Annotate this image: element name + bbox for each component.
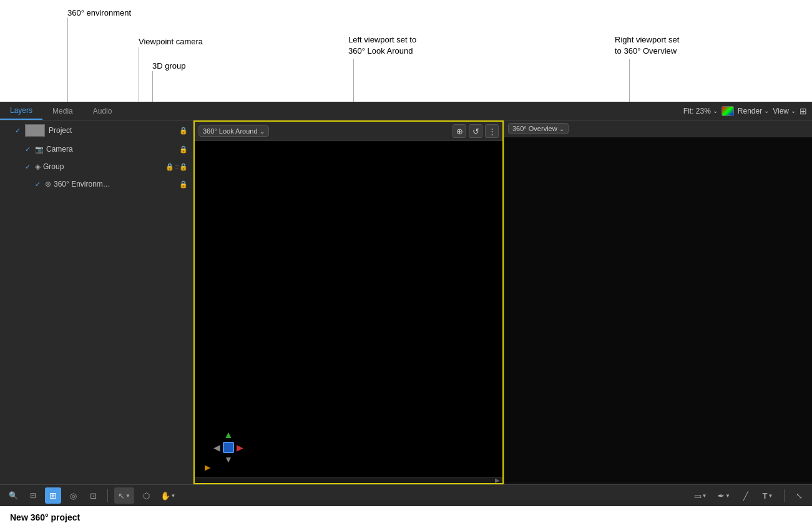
ann-line-right-vp — [629, 59, 630, 102]
layer-thumb-project — [25, 124, 45, 137]
tab-media[interactable]: Media — [42, 102, 83, 120]
layer-lock-camera: 🔒 — [179, 145, 188, 154]
search-btn[interactable]: 🔍 — [5, 487, 21, 504]
viewport-right: 360° Overview ⌄ — [504, 120, 812, 484]
view-btn[interactable]: View ⌄ — [773, 107, 796, 115]
ann-line-env — [67, 17, 68, 102]
ann-left-viewport: Left viewport set to 360° Look Around — [348, 34, 416, 57]
bottom-toolbar: 🔍 ⊟ ⊞ ◎ ⊡ ↖ ▼ ⬡ ✋ ▼ ▭ ▼ ✒ ▼ ╱ T ▼ — [0, 484, 812, 506]
fit-label: Fit: 23% — [683, 107, 711, 115]
hand-tool-btn[interactable]: ✋ ▼ — [158, 487, 178, 504]
vp-right-mode-dropdown[interactable]: 360° Overview ⌄ — [508, 123, 569, 134]
pen-icon: ✒ — [718, 491, 725, 501]
fit-control[interactable]: Fit: 23% ⌄ — [683, 107, 718, 115]
vp-left-more-btn[interactable]: ⋮ — [485, 124, 499, 138]
pen-arrow-icon: ▼ — [725, 493, 730, 499]
ann-360-env: 360° environment — [67, 7, 131, 19]
tab-bar: Layers Media Audio Fit: 23% ⌄ Render ⌄ V… — [0, 102, 812, 120]
gizmo-bottom: ▼ — [224, 454, 233, 464]
vp-right-mode-chevron: ⌄ — [559, 125, 564, 132]
layer-check-group[interactable]: ✓ — [25, 163, 35, 171]
toolbar-separator-1 — [107, 489, 108, 502]
grid-btn[interactable]: ⊞ — [45, 487, 61, 504]
paint-tool-btn[interactable]: ╱ — [738, 487, 754, 504]
color-picker-btn[interactable] — [722, 106, 734, 116]
render-btn[interactable]: Render ⌄ — [738, 107, 769, 115]
vp-right-mode-label: 360° Overview — [512, 125, 557, 132]
gizmo-center-box — [223, 442, 234, 453]
layer-extra-group: ≡🔒 — [175, 163, 188, 171]
layout-btn[interactable]: ⊞ — [800, 106, 807, 116]
vp-left-arrows-btn[interactable]: ⊕ — [452, 124, 466, 138]
tab-audio[interactable]: Audio — [83, 102, 122, 120]
ann-right-viewport: Right viewport set to 360° Overview — [615, 34, 679, 57]
main-ui: Layers Media Audio Fit: 23% ⌄ Render ⌄ V… — [0, 102, 812, 528]
select-arrow-icon: ▼ — [125, 493, 130, 499]
tab-right-controls: Fit: 23% ⌄ Render ⌄ View ⌄ ⊞ — [683, 106, 812, 116]
layer-360env[interactable]: ✓ ⊛ 360° Environm… 🔒 — [0, 175, 193, 193]
viewport-area: 360° Look Around ⌄ ⊕ ↺ ⋮ ▲ — [193, 120, 812, 484]
fit-chevron: ⌄ — [713, 107, 718, 114]
layer-lock-360env: 🔒 — [179, 180, 188, 188]
caption-text: New 360° project — [10, 512, 80, 522]
vp-left-reset-btn[interactable]: ↺ — [469, 124, 482, 138]
camera-icon: 📷 — [35, 145, 44, 154]
box-btn[interactable]: ⊡ — [85, 487, 101, 504]
select-tool-btn[interactable]: ↖ ▼ — [114, 487, 134, 504]
view-chevron: ⌄ — [791, 107, 796, 114]
vp-right-canvas — [504, 137, 812, 482]
gizmo-z-arrow: ▼ — [224, 454, 233, 464]
layer-camera[interactable]: ✓ 📷 Camera 🔒 — [0, 140, 193, 158]
ann-viewpoint-camera: Viewpoint camera — [139, 36, 203, 47]
render-label: Render — [738, 107, 762, 115]
ann-3d-group: 3D group — [152, 61, 185, 72]
layout-mini-btn[interactable]: ⊟ — [25, 487, 41, 504]
group-icon: ◈ — [35, 162, 41, 171]
layer-check-project[interactable]: ✓ — [15, 127, 25, 135]
layer-lock-project: 🔒 — [179, 127, 188, 135]
vp-left-scroll-arrow-right[interactable]: ▶ — [495, 477, 500, 484]
caption-bar: New 360° project — [0, 506, 812, 528]
expand-btn[interactable]: ⤡ — [791, 487, 807, 504]
layer-name-camera: Camera — [46, 145, 177, 154]
annotation-area: 360° environment Viewpoint camera 3D gro… — [0, 0, 812, 102]
text-tool-btn[interactable]: T ▼ — [758, 487, 778, 504]
content-area: ✓ Project 🔒 ✓ 📷 Camera 🔒 ✓ ◈ Group 🔒 ≡🔒 — [0, 120, 812, 484]
shape-tool-btn[interactable]: ⬡ — [138, 487, 154, 504]
vp-left-mode-label: 360° Look Around — [203, 127, 258, 135]
toolbar-separator-2 — [784, 489, 785, 502]
vp-right-toolbar: 360° Overview ⌄ — [504, 120, 812, 137]
layer-group[interactable]: ✓ ◈ Group 🔒 ≡🔒 — [0, 158, 193, 175]
hand-icon: ✋ — [160, 491, 170, 501]
vp-left-mode-dropdown[interactable]: 360° Look Around ⌄ — [198, 125, 269, 137]
gizmo-speaker: ◀ — [213, 442, 220, 452]
vp-left-hscroll[interactable]: ▶ — [195, 477, 502, 483]
gizmo-x-arrow: ▶ — [237, 442, 243, 452]
rect-tool-btn[interactable]: ▭ ▼ — [690, 487, 710, 504]
vp-left-toolbar: 360° Look Around ⌄ ⊕ ↺ ⋮ — [195, 122, 502, 141]
layer-check-camera[interactable]: ✓ — [25, 145, 35, 154]
gizmo-area: ▲ ◀ ▶ ▼ — [213, 429, 243, 464]
ann-line-left-vp — [353, 59, 354, 102]
gizmo-middle: ◀ ▶ — [213, 442, 243, 453]
layer-name-project: Project — [49, 126, 177, 135]
vp-left-canvas: ▲ ◀ ▶ ▼ ▶ — [195, 141, 502, 477]
pen-tool-btn[interactable]: ✒ ▼ — [714, 487, 734, 504]
text-icon: T — [763, 491, 768, 501]
circle-btn[interactable]: ◎ — [65, 487, 81, 504]
layer-lock-group: 🔒 — [165, 163, 174, 171]
layer-name-360env: 360° Environm… — [54, 180, 177, 188]
view-label: View — [773, 107, 789, 115]
layer-check-360env[interactable]: ✓ — [35, 180, 45, 188]
gizmo-y-arrow: ▲ — [223, 429, 233, 441]
rect-icon: ▭ — [694, 491, 702, 501]
hand-arrow-icon: ▼ — [171, 493, 176, 499]
layer-project[interactable]: ✓ Project 🔒 — [0, 120, 193, 140]
render-chevron: ⌄ — [764, 107, 769, 114]
tab-layers[interactable]: Layers — [0, 102, 42, 120]
layer-name-group: Group — [43, 162, 163, 171]
viewport-row: 360° Look Around ⌄ ⊕ ↺ ⋮ ▲ — [193, 120, 812, 484]
text-arrow-icon: ▼ — [768, 493, 773, 499]
viewport-left: 360° Look Around ⌄ ⊕ ↺ ⋮ ▲ — [193, 120, 504, 484]
layers-panel: ✓ Project 🔒 ✓ 📷 Camera 🔒 ✓ ◈ Group 🔒 ≡🔒 — [0, 120, 193, 484]
